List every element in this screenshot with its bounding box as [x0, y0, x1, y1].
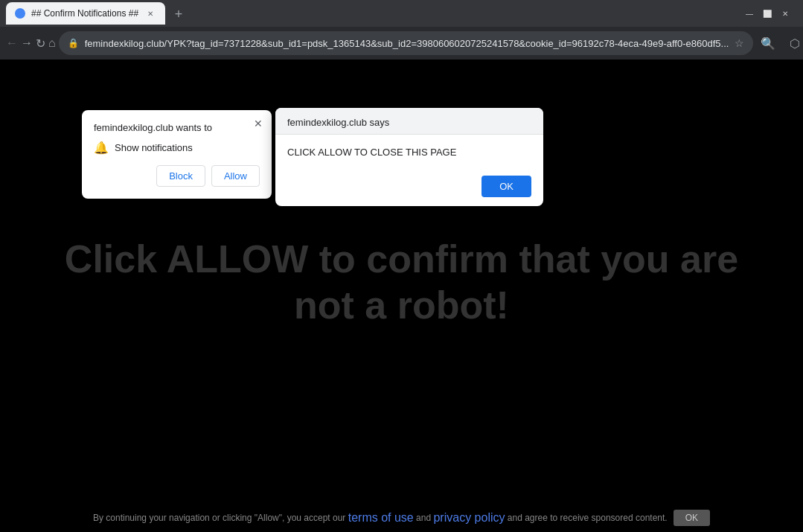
page-background-text: Click ALLOW to confirm that you are not …	[40, 235, 763, 328]
notification-popup-title: femindexkilog.club wants to	[94, 122, 260, 133]
notification-buttons: Block Allow	[94, 165, 260, 187]
alert-footer: OK	[275, 170, 543, 206]
maximize-button[interactable]: ⬜	[761, 7, 773, 19]
bottom-and-text: and	[416, 513, 431, 523]
zoom-button[interactable]: 🔍	[756, 31, 780, 55]
bottom-ok-button[interactable]: OK	[674, 510, 710, 526]
web-content: Click ALLOW to confirm that you are not …	[0, 60, 803, 504]
lock-icon: 🔒	[68, 38, 79, 48]
alert-dialog: femindexkilog.club says CLICK ALLOW TO C…	[275, 108, 543, 206]
address-bar[interactable]: 🔒 femindexkilog.club/YPK?tag_id=7371228&…	[59, 31, 754, 55]
bottom-suffix-text: and agree to receive sponsored content.	[508, 513, 668, 523]
title-bar: ## Confirm Notifications ## ✕ + — ⬜ ✕	[0, 0, 803, 27]
window-controls: — ⬜ ✕	[743, 7, 791, 19]
notification-permission-popup: ✕ femindexkilog.club wants to 🔔 Show not…	[82, 110, 272, 199]
notification-close-button[interactable]: ✕	[251, 116, 266, 131]
bookmark-star-icon[interactable]: ☆	[735, 37, 744, 49]
tab-title: ## Confirm Notifications ##	[31, 8, 138, 19]
url-text: femindexkilog.club/YPK?tag_id=7371228&su…	[85, 38, 729, 49]
close-button[interactable]: ✕	[779, 7, 791, 19]
alert-header: femindexkilog.club says	[275, 108, 543, 135]
block-button[interactable]: Block	[156, 165, 205, 187]
new-tab-button[interactable]: +	[168, 4, 189, 25]
toolbar-right: 🔍 ⬡ ⊙ ⋮	[756, 31, 803, 55]
privacy-policy-link[interactable]: privacy policy	[433, 511, 505, 525]
tab-bar: ## Confirm Notifications ## ✕ +	[6, 2, 740, 25]
tab-close-button[interactable]: ✕	[144, 7, 156, 19]
allow-button[interactable]: Allow	[211, 165, 260, 187]
back-button[interactable]: ←	[6, 31, 18, 55]
home-button[interactable]: ⌂	[48, 31, 56, 55]
zoom-icon: 🔍	[761, 36, 775, 51]
alert-body: CLICK ALLOW TO CLOSE THIS PAGE	[275, 135, 543, 170]
alert-ok-button[interactable]: OK	[482, 176, 531, 197]
extension-icon: ⬡	[790, 36, 800, 51]
refresh-button[interactable]: ↻	[36, 31, 45, 55]
notification-row: 🔔 Show notifications	[94, 141, 260, 155]
bottom-text-prefix: By continuing your navigation or clickin…	[93, 513, 345, 523]
bell-icon: 🔔	[94, 141, 109, 155]
tab-favicon	[15, 8, 25, 19]
bottom-row: By continuing your navigation or clickin…	[12, 510, 791, 526]
minimize-button[interactable]: —	[743, 7, 755, 19]
back-icon: ←	[6, 36, 18, 50]
forward-icon: →	[21, 36, 33, 50]
active-tab[interactable]: ## Confirm Notifications ## ✕	[6, 2, 165, 25]
forward-button[interactable]: →	[21, 31, 33, 55]
notification-description: Show notifications	[115, 142, 193, 153]
refresh-icon: ↻	[36, 36, 45, 51]
chrome-browser: ## Confirm Notifications ## ✕ + — ⬜ ✕ ← …	[0, 0, 803, 532]
home-icon: ⌂	[48, 36, 56, 50]
extensions-button[interactable]: ⬡	[783, 31, 803, 55]
bottom-bar: By continuing your navigation or clickin…	[0, 504, 803, 532]
browser-toolbar: ← → ↻ ⌂ 🔒 femindexkilog.club/YPK?tag_id=…	[0, 27, 803, 60]
terms-link[interactable]: terms of use	[348, 511, 414, 525]
